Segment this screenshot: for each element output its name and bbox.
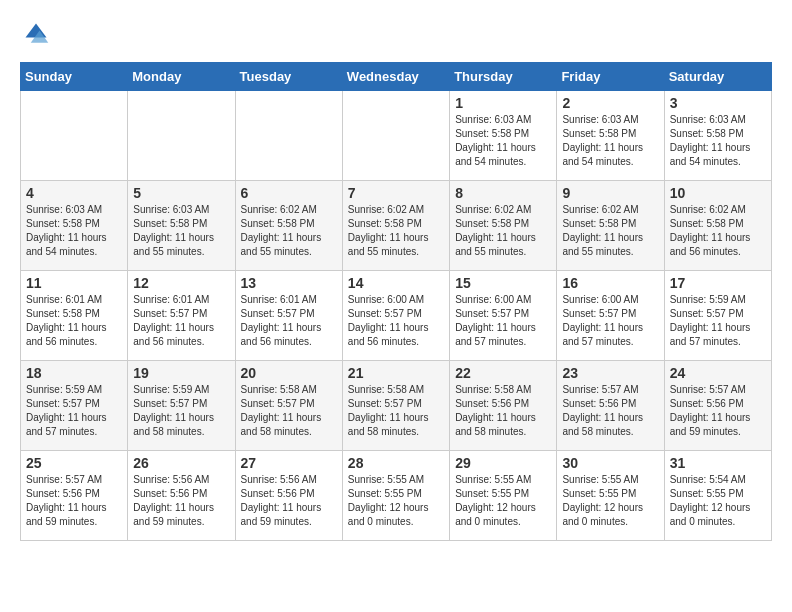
day-info: Sunrise: 6:02 AM Sunset: 5:58 PM Dayligh… <box>562 203 658 259</box>
calendar-cell: 31Sunrise: 5:54 AM Sunset: 5:55 PM Dayli… <box>664 451 771 541</box>
day-number: 8 <box>455 185 551 201</box>
calendar-cell <box>342 91 449 181</box>
day-info: Sunrise: 5:59 AM Sunset: 5:57 PM Dayligh… <box>670 293 766 349</box>
day-number: 25 <box>26 455 122 471</box>
calendar-cell: 13Sunrise: 6:01 AM Sunset: 5:57 PM Dayli… <box>235 271 342 361</box>
calendar-cell: 20Sunrise: 5:58 AM Sunset: 5:57 PM Dayli… <box>235 361 342 451</box>
calendar-week-5: 25Sunrise: 5:57 AM Sunset: 5:56 PM Dayli… <box>21 451 772 541</box>
day-info: Sunrise: 6:02 AM Sunset: 5:58 PM Dayligh… <box>455 203 551 259</box>
day-number: 19 <box>133 365 229 381</box>
day-info: Sunrise: 5:58 AM Sunset: 5:57 PM Dayligh… <box>348 383 444 439</box>
calendar-cell: 18Sunrise: 5:59 AM Sunset: 5:57 PM Dayli… <box>21 361 128 451</box>
day-info: Sunrise: 5:56 AM Sunset: 5:56 PM Dayligh… <box>241 473 337 529</box>
day-info: Sunrise: 5:55 AM Sunset: 5:55 PM Dayligh… <box>455 473 551 529</box>
day-number: 2 <box>562 95 658 111</box>
day-number: 29 <box>455 455 551 471</box>
day-number: 1 <box>455 95 551 111</box>
weekday-header-wednesday: Wednesday <box>342 63 449 91</box>
weekday-header-thursday: Thursday <box>450 63 557 91</box>
calendar-cell: 1Sunrise: 6:03 AM Sunset: 5:58 PM Daylig… <box>450 91 557 181</box>
day-info: Sunrise: 6:02 AM Sunset: 5:58 PM Dayligh… <box>670 203 766 259</box>
weekday-header-tuesday: Tuesday <box>235 63 342 91</box>
calendar-cell: 21Sunrise: 5:58 AM Sunset: 5:57 PM Dayli… <box>342 361 449 451</box>
day-info: Sunrise: 6:03 AM Sunset: 5:58 PM Dayligh… <box>562 113 658 169</box>
day-number: 20 <box>241 365 337 381</box>
day-info: Sunrise: 5:54 AM Sunset: 5:55 PM Dayligh… <box>670 473 766 529</box>
day-number: 10 <box>670 185 766 201</box>
day-number: 13 <box>241 275 337 291</box>
weekday-header-sunday: Sunday <box>21 63 128 91</box>
day-number: 31 <box>670 455 766 471</box>
day-info: Sunrise: 6:03 AM Sunset: 5:58 PM Dayligh… <box>133 203 229 259</box>
page-header <box>20 20 772 52</box>
calendar-cell: 11Sunrise: 6:01 AM Sunset: 5:58 PM Dayli… <box>21 271 128 361</box>
day-info: Sunrise: 6:01 AM Sunset: 5:57 PM Dayligh… <box>241 293 337 349</box>
calendar-cell: 30Sunrise: 5:55 AM Sunset: 5:55 PM Dayli… <box>557 451 664 541</box>
calendar-cell: 8Sunrise: 6:02 AM Sunset: 5:58 PM Daylig… <box>450 181 557 271</box>
day-info: Sunrise: 6:02 AM Sunset: 5:58 PM Dayligh… <box>348 203 444 259</box>
calendar-cell: 10Sunrise: 6:02 AM Sunset: 5:58 PM Dayli… <box>664 181 771 271</box>
calendar-cell: 9Sunrise: 6:02 AM Sunset: 5:58 PM Daylig… <box>557 181 664 271</box>
day-info: Sunrise: 5:56 AM Sunset: 5:56 PM Dayligh… <box>133 473 229 529</box>
calendar-cell: 28Sunrise: 5:55 AM Sunset: 5:55 PM Dayli… <box>342 451 449 541</box>
day-number: 22 <box>455 365 551 381</box>
day-info: Sunrise: 6:00 AM Sunset: 5:57 PM Dayligh… <box>562 293 658 349</box>
day-info: Sunrise: 6:00 AM Sunset: 5:57 PM Dayligh… <box>455 293 551 349</box>
day-number: 5 <box>133 185 229 201</box>
calendar-cell: 24Sunrise: 5:57 AM Sunset: 5:56 PM Dayli… <box>664 361 771 451</box>
calendar-cell: 12Sunrise: 6:01 AM Sunset: 5:57 PM Dayli… <box>128 271 235 361</box>
day-number: 11 <box>26 275 122 291</box>
day-number: 21 <box>348 365 444 381</box>
calendar-cell: 3Sunrise: 6:03 AM Sunset: 5:58 PM Daylig… <box>664 91 771 181</box>
day-number: 24 <box>670 365 766 381</box>
calendar-cell: 29Sunrise: 5:55 AM Sunset: 5:55 PM Dayli… <box>450 451 557 541</box>
day-info: Sunrise: 6:03 AM Sunset: 5:58 PM Dayligh… <box>455 113 551 169</box>
calendar-week-4: 18Sunrise: 5:59 AM Sunset: 5:57 PM Dayli… <box>21 361 772 451</box>
calendar-cell: 17Sunrise: 5:59 AM Sunset: 5:57 PM Dayli… <box>664 271 771 361</box>
calendar-cell: 26Sunrise: 5:56 AM Sunset: 5:56 PM Dayli… <box>128 451 235 541</box>
weekday-header-saturday: Saturday <box>664 63 771 91</box>
day-info: Sunrise: 6:01 AM Sunset: 5:57 PM Dayligh… <box>133 293 229 349</box>
day-info: Sunrise: 5:59 AM Sunset: 5:57 PM Dayligh… <box>26 383 122 439</box>
day-info: Sunrise: 6:01 AM Sunset: 5:58 PM Dayligh… <box>26 293 122 349</box>
day-number: 27 <box>241 455 337 471</box>
calendar-table: SundayMondayTuesdayWednesdayThursdayFrid… <box>20 62 772 541</box>
day-number: 28 <box>348 455 444 471</box>
logo-icon <box>22 20 50 48</box>
calendar-cell: 22Sunrise: 5:58 AM Sunset: 5:56 PM Dayli… <box>450 361 557 451</box>
day-number: 17 <box>670 275 766 291</box>
calendar-week-3: 11Sunrise: 6:01 AM Sunset: 5:58 PM Dayli… <box>21 271 772 361</box>
day-number: 14 <box>348 275 444 291</box>
calendar-cell: 7Sunrise: 6:02 AM Sunset: 5:58 PM Daylig… <box>342 181 449 271</box>
calendar-cell: 27Sunrise: 5:56 AM Sunset: 5:56 PM Dayli… <box>235 451 342 541</box>
calendar-cell: 16Sunrise: 6:00 AM Sunset: 5:57 PM Dayli… <box>557 271 664 361</box>
day-info: Sunrise: 6:03 AM Sunset: 5:58 PM Dayligh… <box>26 203 122 259</box>
day-info: Sunrise: 5:55 AM Sunset: 5:55 PM Dayligh… <box>348 473 444 529</box>
calendar-week-1: 1Sunrise: 6:03 AM Sunset: 5:58 PM Daylig… <box>21 91 772 181</box>
day-number: 16 <box>562 275 658 291</box>
calendar-cell: 6Sunrise: 6:02 AM Sunset: 5:58 PM Daylig… <box>235 181 342 271</box>
day-info: Sunrise: 6:03 AM Sunset: 5:58 PM Dayligh… <box>670 113 766 169</box>
day-info: Sunrise: 5:58 AM Sunset: 5:56 PM Dayligh… <box>455 383 551 439</box>
day-number: 6 <box>241 185 337 201</box>
day-number: 26 <box>133 455 229 471</box>
calendar-week-2: 4Sunrise: 6:03 AM Sunset: 5:58 PM Daylig… <box>21 181 772 271</box>
calendar-cell: 5Sunrise: 6:03 AM Sunset: 5:58 PM Daylig… <box>128 181 235 271</box>
day-number: 30 <box>562 455 658 471</box>
calendar-cell <box>128 91 235 181</box>
day-info: Sunrise: 5:57 AM Sunset: 5:56 PM Dayligh… <box>670 383 766 439</box>
weekday-header-row: SundayMondayTuesdayWednesdayThursdayFrid… <box>21 63 772 91</box>
day-number: 7 <box>348 185 444 201</box>
calendar-cell: 15Sunrise: 6:00 AM Sunset: 5:57 PM Dayli… <box>450 271 557 361</box>
day-number: 3 <box>670 95 766 111</box>
calendar-cell <box>21 91 128 181</box>
day-number: 15 <box>455 275 551 291</box>
day-number: 23 <box>562 365 658 381</box>
calendar-cell: 4Sunrise: 6:03 AM Sunset: 5:58 PM Daylig… <box>21 181 128 271</box>
day-number: 4 <box>26 185 122 201</box>
day-number: 18 <box>26 365 122 381</box>
day-info: Sunrise: 5:57 AM Sunset: 5:56 PM Dayligh… <box>562 383 658 439</box>
day-info: Sunrise: 6:02 AM Sunset: 5:58 PM Dayligh… <box>241 203 337 259</box>
calendar-cell <box>235 91 342 181</box>
calendar-cell: 23Sunrise: 5:57 AM Sunset: 5:56 PM Dayli… <box>557 361 664 451</box>
